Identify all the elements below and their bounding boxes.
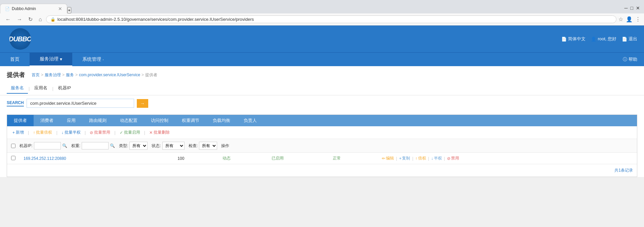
batch-enable-button[interactable]: ✓ 批量启用 (118, 129, 142, 136)
row-edit-button[interactable]: ✏ 编辑 (382, 155, 394, 161)
ip-filter-label: 机器IP: (19, 143, 33, 149)
browser-toolbar: ← → ↻ ⌂ 🔒 ☆ 👤 ⋮ (0, 13, 644, 26)
batch-double-button[interactable]: ↑ 批量倍权 (32, 129, 53, 136)
action-sep-1: | (28, 130, 29, 135)
search-tab-machine-ip[interactable]: 机器IP (54, 83, 75, 94)
menu-icon[interactable]: ⋮ (635, 16, 641, 22)
copy-label: 复制 (402, 155, 410, 161)
row-disable-icon: ⊘ (447, 156, 450, 161)
nav-service-governance-arrow: ▾ (60, 56, 62, 62)
address-bar-wrapper: 🔒 (46, 15, 616, 23)
search-input[interactable] (27, 99, 134, 108)
window-controls: ─ □ ✕ (620, 3, 644, 13)
check-filter-group: 检查: 所有 是 否 (189, 142, 217, 150)
select-all-checkbox[interactable] (11, 144, 15, 148)
status-filter-select[interactable]: 所有 已启用 已禁用 (162, 142, 185, 150)
status-filter-label: 状态: (152, 143, 161, 149)
add-button[interactable]: + 新增 (11, 129, 25, 136)
search-label: SEARCH (7, 100, 24, 106)
nav-system-management[interactable]: 系统管理 · (72, 53, 114, 66)
enable-label: 批量启用 (124, 130, 140, 135)
weight-filter-input[interactable] (82, 142, 109, 149)
weight-search-icon[interactable]: 🔍 (110, 143, 115, 148)
table-nav-weight[interactable]: 权重调节 (175, 115, 206, 126)
row-copy-button[interactable]: + 复制 (399, 155, 410, 161)
bookmark-icon[interactable]: ☆ (618, 16, 623, 22)
breadcrumb-sep-2: > (62, 73, 65, 77)
row-double-button[interactable]: ↑ 倍权 (415, 155, 426, 161)
breadcrumb-governance[interactable]: 服务治理 (45, 72, 61, 78)
table-nav-consumers[interactable]: 消费者 (34, 115, 60, 126)
language-label: 简体中文 (568, 36, 586, 42)
add-icon: + (12, 130, 15, 135)
type-filter-select[interactable]: 所有 动态 静态 (129, 142, 148, 150)
action-sep-2: | (56, 130, 57, 135)
row-type: 动态 (223, 156, 231, 161)
close-window-button[interactable]: ✕ (636, 5, 640, 11)
dubbo-logo: DUBBO (7, 29, 34, 49)
search-bar: SEARCH → (0, 95, 644, 111)
table-nav-load-balance[interactable]: 负载均衡 (206, 115, 237, 126)
page-title: 提供者 (7, 71, 25, 79)
ip-filter-input[interactable] (34, 142, 61, 149)
breadcrumb-sep-1: > (41, 73, 43, 77)
batch-disable-button[interactable]: ⊘ 批量禁用 (88, 129, 112, 136)
minimize-button[interactable]: ─ (625, 5, 628, 11)
search-go-button[interactable]: → (137, 99, 148, 108)
weight-filter-group: 权重: 🔍 (71, 142, 115, 149)
batch-half-button[interactable]: ↓ 批量半权 (60, 129, 82, 136)
back-button[interactable]: ← (3, 16, 13, 23)
edit-icon: ✏ (382, 156, 385, 161)
table-nav-routing[interactable]: 路由规则 (82, 115, 113, 126)
forward-button[interactable]: → (15, 16, 24, 23)
nav-help[interactable]: ⓘ 帮助 (616, 53, 644, 66)
table-nav-providers[interactable]: 提供者 (7, 115, 34, 126)
new-tab-button[interactable]: + (67, 7, 71, 13)
check-filter-select[interactable]: 所有 是 否 (199, 142, 217, 150)
table-nav-dynamic-config[interactable]: 动态配置 (113, 115, 144, 126)
app-header: DUBBO 📄 简体中文 👤 root, 您好 📄 退出 (0, 26, 644, 52)
row-ip-link[interactable]: 169.254.252.112:20880 (24, 156, 66, 161)
row-checkbox[interactable] (11, 156, 15, 160)
nav-service-governance-label: 服务治理 (40, 56, 58, 62)
address-input[interactable] (57, 17, 612, 22)
tab-favicon: 📄 (5, 7, 10, 11)
ip-search-icon[interactable]: 🔍 (62, 143, 67, 148)
logout-button[interactable]: 📄 退出 (622, 36, 637, 42)
row-half-icon: ↓ (431, 156, 433, 161)
total-records: 共1条记录 (614, 168, 633, 173)
tab-bar: 📄 Dubbo Admin ✕ + ─ □ ✕ (0, 0, 644, 13)
refresh-button[interactable]: ↻ (26, 15, 35, 23)
table-nav-owner[interactable]: 负责人 (237, 115, 264, 126)
row-disable-button[interactable]: ⊘ 禁用 (447, 155, 459, 161)
nav-home[interactable]: 首页 (0, 53, 30, 66)
header-right: 📄 简体中文 👤 root, 您好 📄 退出 (561, 36, 637, 42)
weight-filter-label: 权重: (71, 143, 80, 149)
row-half-button[interactable]: ↓ 半权 (431, 155, 442, 161)
active-tab[interactable]: 📄 Dubbo Admin ✕ (0, 4, 67, 13)
table-nav-apps[interactable]: 应用 (60, 115, 82, 126)
enable-icon: ✓ (120, 130, 123, 135)
home-button[interactable]: ⌂ (37, 16, 44, 23)
nav-service-governance[interactable]: 服务治理 ▾ (30, 53, 72, 66)
breadcrumb-home[interactable]: 首页 (32, 72, 40, 78)
maximize-button[interactable]: □ (631, 5, 633, 11)
profile-icon[interactable]: 👤 (626, 16, 633, 22)
disable-label: 批量禁用 (94, 130, 110, 135)
search-tab-service-name[interactable]: 服务名 (7, 83, 28, 94)
batch-delete-button[interactable]: ✕ 批量删除 (148, 129, 171, 136)
language-switcher[interactable]: 📄 简体中文 (561, 36, 586, 42)
tab-close-btn[interactable]: ✕ (58, 6, 62, 11)
search-tab-app-name[interactable]: 应用名 (30, 83, 51, 94)
row-disable-label: 禁用 (451, 155, 459, 161)
logout-icon: 📄 (622, 37, 627, 42)
help-label: 帮助 (629, 56, 637, 62)
data-table: 169.254.252.112:20880 100 动态 已启用 正常 (7, 153, 637, 164)
breadcrumb-service-name[interactable]: com.provider.service.IUserService (79, 73, 140, 77)
breadcrumb-sep-3: > (75, 73, 78, 77)
check-filter-label: 检查: (189, 143, 198, 149)
user-info[interactable]: 👤 root, 您好 (591, 36, 616, 42)
breadcrumb: 首页 > 服务治理 > 服务 > com.provider.service.IU… (32, 72, 157, 78)
table-nav-access-control[interactable]: 访问控制 (144, 115, 175, 126)
breadcrumb-service[interactable]: 服务 (66, 72, 74, 78)
